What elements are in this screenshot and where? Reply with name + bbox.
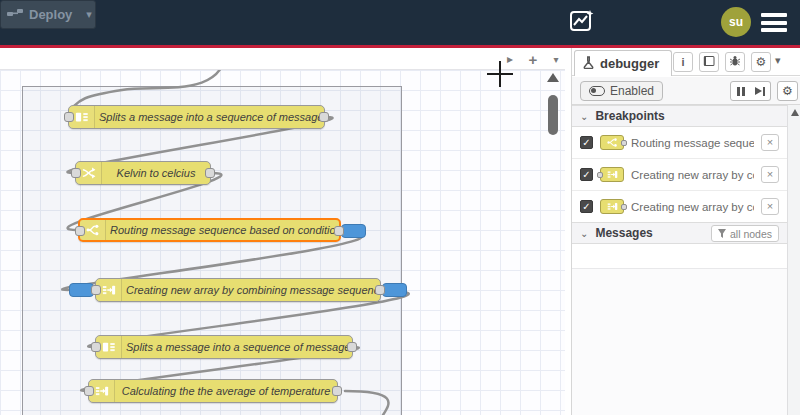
settings-button[interactable]: ⚙ xyxy=(751,52,771,72)
breakpoint-row[interactable]: ✓Creating new array by combini× xyxy=(572,191,787,223)
filter-label: all nodes xyxy=(730,228,772,240)
flow-node-5[interactable]: Splits a message into a sequence of mess… xyxy=(95,335,353,359)
messages-empty-area xyxy=(572,269,787,415)
node-label: Calculating the the average of temperatu… xyxy=(115,385,337,397)
pause-icon xyxy=(737,87,740,96)
node-group-outline[interactable] xyxy=(22,86,402,415)
breakpoint-checkbox[interactable]: ✓ xyxy=(580,136,593,149)
breakpoints-section-header[interactable]: ⌄ Breakpoints xyxy=(572,105,787,127)
tab-debugger-label: debugger xyxy=(600,56,659,71)
docs-button[interactable] xyxy=(699,52,719,72)
join-node-icon xyxy=(600,199,624,214)
input-port[interactable] xyxy=(91,342,101,352)
book-icon xyxy=(703,55,716,70)
pause-button[interactable] xyxy=(730,81,751,101)
output-port[interactable] xyxy=(332,386,342,396)
sidebar-menu-caret[interactable]: ▾ xyxy=(775,54,781,67)
node-label: Splits a message into a sequence of mess… xyxy=(122,341,352,353)
output-port[interactable] xyxy=(334,226,344,236)
flow-tabbar: ▸ + ▾ xyxy=(0,48,565,70)
node-label: Routing message sequence based on condit… xyxy=(106,224,339,236)
breakpoint-marker[interactable] xyxy=(382,283,407,297)
step-button[interactable] xyxy=(750,81,771,101)
deploy-label: Deploy xyxy=(29,7,72,22)
flow-node-3[interactable]: Routing message sequence based on condit… xyxy=(78,218,341,242)
join-node-icon xyxy=(600,167,624,182)
right-sidebar: debugger i xyxy=(572,48,800,415)
input-port[interactable] xyxy=(71,168,81,178)
funnel-icon xyxy=(718,228,726,240)
gear-icon: ⚙ xyxy=(782,84,793,98)
flow-list-button[interactable]: ▾ xyxy=(546,50,565,68)
chevron-down-icon: ⌄ xyxy=(580,228,588,239)
output-port[interactable] xyxy=(205,168,215,178)
breakpoint-marker[interactable] xyxy=(341,224,366,238)
messages-section-header[interactable]: ⌄ Messages all nodes xyxy=(572,222,787,244)
mini-port xyxy=(597,172,603,178)
input-port[interactable] xyxy=(91,285,101,295)
flow-canvas[interactable]: ▸ + ▾ Splits a message into a sequence o… xyxy=(0,48,565,415)
remove-breakpoint-button[interactable]: × xyxy=(761,198,779,215)
deploy-button[interactable]: Deploy ▾ xyxy=(0,0,96,29)
bug-icon xyxy=(729,55,741,70)
mini-port xyxy=(621,140,627,146)
tab-debugger[interactable]: debugger xyxy=(574,50,672,76)
breakpoint-checkbox[interactable]: ✓ xyxy=(580,200,593,213)
main-menu-button[interactable] xyxy=(760,13,788,32)
user-avatar[interactable]: su xyxy=(721,7,751,37)
input-port[interactable] xyxy=(64,112,74,122)
breakpoint-row[interactable]: ✓Routing message sequence ba× xyxy=(572,127,787,159)
chevron-down-icon: ▾ xyxy=(775,54,781,66)
flow-render-button[interactable] xyxy=(566,8,598,38)
info-button[interactable]: i xyxy=(673,52,693,72)
remove-breakpoint-button[interactable]: × xyxy=(761,166,779,183)
tab-scroll-right-icon: ▸ xyxy=(507,52,513,66)
messages-empty-row xyxy=(572,245,787,269)
node-red-window: Deploy ▾ su ▸ + ▾ Splits a message into … xyxy=(0,0,800,415)
breakpoint-row[interactable]: ✓Creating new array by combini× xyxy=(572,159,787,191)
sidebar-splitter[interactable] xyxy=(565,48,572,415)
input-port[interactable] xyxy=(75,226,85,236)
step-icon xyxy=(755,87,762,95)
tab-scroll-right-button[interactable]: ▸ xyxy=(500,50,520,68)
message-filter-button[interactable]: all nodes xyxy=(711,225,779,242)
output-port[interactable] xyxy=(347,342,357,352)
deploy-caret-icon[interactable]: ▾ xyxy=(86,8,92,21)
main-area: ▸ + ▾ Splits a message into a sequence o… xyxy=(0,48,800,415)
breakpoint-label: Routing message sequence ba xyxy=(631,137,754,149)
hamburger-icon xyxy=(761,13,787,17)
info-icon: i xyxy=(681,56,684,68)
crosshair-cursor xyxy=(487,73,513,75)
debugger-settings-button[interactable]: ⚙ xyxy=(777,81,798,101)
node-label: Kelvin to celcius xyxy=(102,167,210,179)
flow-node-6[interactable]: Calculating the the average of temperatu… xyxy=(88,379,338,403)
flow-node-2[interactable]: Kelvin to celcius xyxy=(75,161,211,185)
remove-breakpoint-button[interactable]: × xyxy=(761,134,779,151)
canvas-scrollbar-thumb[interactable] xyxy=(548,95,558,135)
avatar-initials: su xyxy=(729,15,743,29)
plus-icon: + xyxy=(529,51,538,68)
add-flow-button[interactable]: + xyxy=(523,50,543,68)
debugger-flask-icon xyxy=(583,55,594,73)
flow-node-4[interactable]: Creating new array by combining message … xyxy=(95,278,381,302)
deploy-icon xyxy=(7,6,23,24)
input-port[interactable] xyxy=(84,386,94,396)
bug-button[interactable] xyxy=(725,52,745,72)
output-port[interactable] xyxy=(375,285,385,295)
breakpoint-label: Creating new array by combini xyxy=(631,169,754,181)
flow-node-1[interactable]: Splits a message into a sequence of mess… xyxy=(68,105,325,129)
output-port[interactable] xyxy=(319,112,329,122)
flow-export-icon xyxy=(569,8,595,38)
mini-port xyxy=(621,204,627,210)
enabled-label: Enabled xyxy=(610,84,654,98)
sidebar-scrollbar[interactable] xyxy=(787,105,800,415)
messages-title: Messages xyxy=(595,226,652,240)
node-label: Splits a message into a sequence of mess… xyxy=(95,111,324,123)
sidebar-scroll-up-arrow[interactable] xyxy=(791,109,799,116)
breakpoint-label: Creating new array by combini xyxy=(631,201,754,213)
canvas-scroll-up-arrow[interactable] xyxy=(547,73,559,82)
sidebar-tabbar: debugger i xyxy=(572,48,800,76)
app-header: Deploy ▾ su xyxy=(0,0,800,45)
debugger-enabled-toggle[interactable]: Enabled xyxy=(580,81,663,101)
breakpoint-checkbox[interactable]: ✓ xyxy=(580,168,593,181)
